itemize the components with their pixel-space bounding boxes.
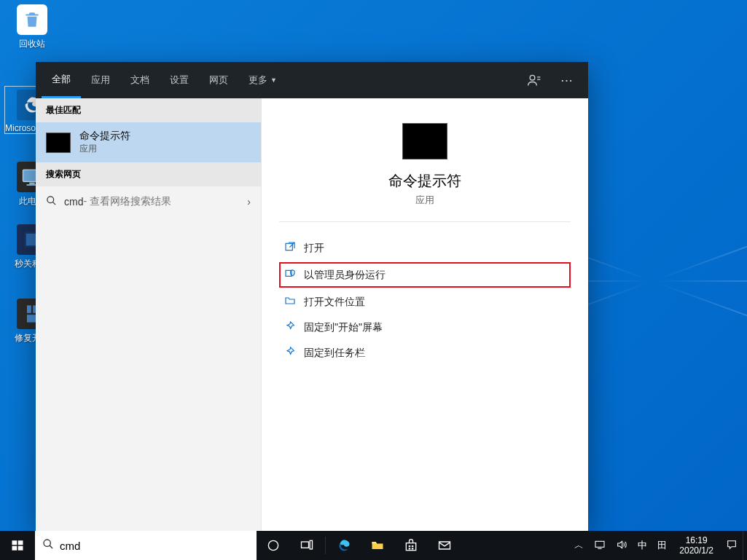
desktop: 回收站 Microsoft Edge 此电脑 秒关程序 修复开机 全部 应用 文… bbox=[0, 0, 747, 560]
taskbar-store[interactable] bbox=[394, 531, 428, 560]
system-tray: ︿ 中 田 16:19 2020/1/2 bbox=[569, 531, 747, 560]
tray-action-center-icon[interactable] bbox=[721, 539, 743, 553]
svg-line-18 bbox=[50, 545, 52, 548]
section-search-web: 搜索网页 bbox=[36, 162, 261, 186]
search-icon bbox=[42, 538, 54, 553]
pin-icon bbox=[282, 346, 298, 360]
svg-point-17 bbox=[44, 540, 50, 546]
shield-icon bbox=[282, 268, 298, 282]
preview-column: 命令提示符 应用 打开 以管理员身份运行 打开文件位置 bbox=[262, 98, 588, 531]
action-label: 打开 bbox=[304, 242, 324, 255]
taskbar-file-explorer[interactable] bbox=[361, 531, 394, 560]
tray-clock[interactable]: 16:19 2020/1/2 bbox=[672, 535, 721, 556]
cortana-button[interactable] bbox=[257, 531, 290, 560]
taskbar: ︿ 中 田 16:19 2020/1/2 bbox=[0, 531, 747, 560]
web-query: cmd bbox=[64, 196, 83, 208]
taskbar-mail[interactable] bbox=[428, 531, 461, 560]
preview-kind: 应用 bbox=[279, 194, 571, 207]
tray-overflow[interactable]: ︿ bbox=[569, 539, 589, 552]
action-label: 打开文件位置 bbox=[304, 296, 365, 309]
tab-label: 更多 bbox=[249, 74, 267, 87]
taskbar-search[interactable] bbox=[35, 531, 257, 560]
tray-date: 2020/1/2 bbox=[679, 545, 713, 556]
svg-point-19 bbox=[268, 540, 278, 550]
action-label: 固定到"开始"屏幕 bbox=[304, 321, 383, 334]
tab-label: 应用 bbox=[91, 74, 110, 87]
cmd-icon-large bbox=[402, 123, 447, 159]
tab-label: 网页 bbox=[209, 74, 228, 87]
tab-apps[interactable]: 应用 bbox=[81, 62, 120, 98]
action-open-location[interactable]: 打开文件位置 bbox=[279, 289, 571, 315]
result-cmd[interactable]: 命令提示符 应用 bbox=[36, 122, 261, 162]
svg-rect-21 bbox=[310, 540, 312, 549]
svg-rect-16 bbox=[18, 546, 23, 551]
svg-rect-23 bbox=[409, 545, 411, 547]
svg-rect-5 bbox=[27, 305, 31, 313]
tab-all[interactable]: 全部 bbox=[42, 62, 81, 98]
tray-time: 16:19 bbox=[679, 535, 713, 545]
web-search-row[interactable]: cmd - 查看网络搜索结果 › bbox=[36, 186, 261, 217]
task-view-button[interactable] bbox=[290, 531, 324, 560]
svg-rect-13 bbox=[12, 540, 17, 545]
search-panel-tabs: 全部 应用 文档 设置 网页 更多▼ ⋯ bbox=[36, 62, 588, 98]
tray-ime-primary[interactable]: 中 bbox=[633, 539, 652, 552]
search-icon bbox=[46, 195, 57, 208]
svg-point-9 bbox=[47, 197, 54, 203]
chevron-down-icon: ▼ bbox=[270, 76, 277, 84]
folder-icon bbox=[282, 295, 298, 309]
show-desktop-button[interactable] bbox=[743, 531, 747, 560]
feedback-icon[interactable] bbox=[518, 62, 550, 98]
tray-volume-icon[interactable] bbox=[611, 539, 633, 553]
tab-label: 设置 bbox=[170, 74, 189, 87]
svg-rect-14 bbox=[18, 540, 23, 545]
search-input[interactable] bbox=[60, 540, 249, 552]
chevron-right-icon: › bbox=[247, 196, 251, 208]
tab-settings[interactable]: 设置 bbox=[160, 62, 199, 98]
taskbar-edge[interactable] bbox=[327, 531, 361, 560]
tab-docs[interactable]: 文档 bbox=[120, 62, 160, 98]
action-pin-taskbar[interactable]: 固定到任务栏 bbox=[279, 340, 571, 366]
pin-icon bbox=[282, 320, 298, 334]
start-button[interactable] bbox=[0, 531, 35, 560]
svg-rect-26 bbox=[412, 548, 414, 549]
tab-label: 文档 bbox=[130, 74, 149, 87]
svg-line-10 bbox=[52, 202, 55, 205]
preview-title: 命令提示符 bbox=[279, 171, 571, 191]
open-icon bbox=[282, 241, 298, 255]
result-kind: 应用 bbox=[79, 143, 130, 155]
recycle-bin-icon bbox=[17, 4, 47, 35]
action-pin-start[interactable]: 固定到"开始"屏幕 bbox=[279, 315, 571, 340]
tab-web[interactable]: 网页 bbox=[199, 62, 238, 98]
result-title: 命令提示符 bbox=[79, 130, 130, 143]
svg-rect-1 bbox=[29, 183, 35, 185]
action-open[interactable]: 打开 bbox=[279, 235, 571, 261]
tray-ime-secondary[interactable]: 田 bbox=[652, 539, 672, 552]
svg-rect-22 bbox=[406, 543, 415, 551]
section-best-match: 最佳匹配 bbox=[36, 98, 261, 122]
action-run-admin[interactable]: 以管理员身份运行 bbox=[279, 262, 571, 288]
more-options-icon[interactable]: ⋯ bbox=[550, 62, 582, 98]
svg-rect-24 bbox=[412, 545, 414, 547]
svg-rect-15 bbox=[12, 546, 17, 551]
tab-more[interactable]: 更多▼ bbox=[238, 62, 287, 98]
desktop-icon-recycle-bin[interactable]: 回收站 bbox=[4, 4, 60, 50]
svg-rect-11 bbox=[286, 243, 292, 250]
action-label: 以管理员身份运行 bbox=[304, 269, 386, 282]
svg-rect-27 bbox=[595, 541, 604, 547]
web-hint: - 查看网络搜索结果 bbox=[83, 195, 171, 208]
desktop-icon-label: 回收站 bbox=[4, 38, 60, 50]
svg-rect-25 bbox=[409, 548, 411, 549]
results-column: 最佳匹配 命令提示符 应用 搜索网页 cmd - 查看网络搜索结果 › bbox=[36, 98, 262, 531]
tab-label: 全部 bbox=[52, 73, 71, 86]
svg-point-8 bbox=[530, 75, 535, 80]
preview-actions: 打开 以管理员身份运行 打开文件位置 固定到"开始"屏幕 bbox=[279, 222, 571, 366]
svg-rect-20 bbox=[302, 542, 309, 548]
action-label: 固定到任务栏 bbox=[304, 347, 365, 360]
cmd-icon bbox=[46, 133, 71, 153]
tray-network-icon[interactable] bbox=[589, 539, 611, 553]
search-panel: 全部 应用 文档 设置 网页 更多▼ ⋯ 最佳匹配 命令提示符 应用 bbox=[36, 62, 588, 531]
